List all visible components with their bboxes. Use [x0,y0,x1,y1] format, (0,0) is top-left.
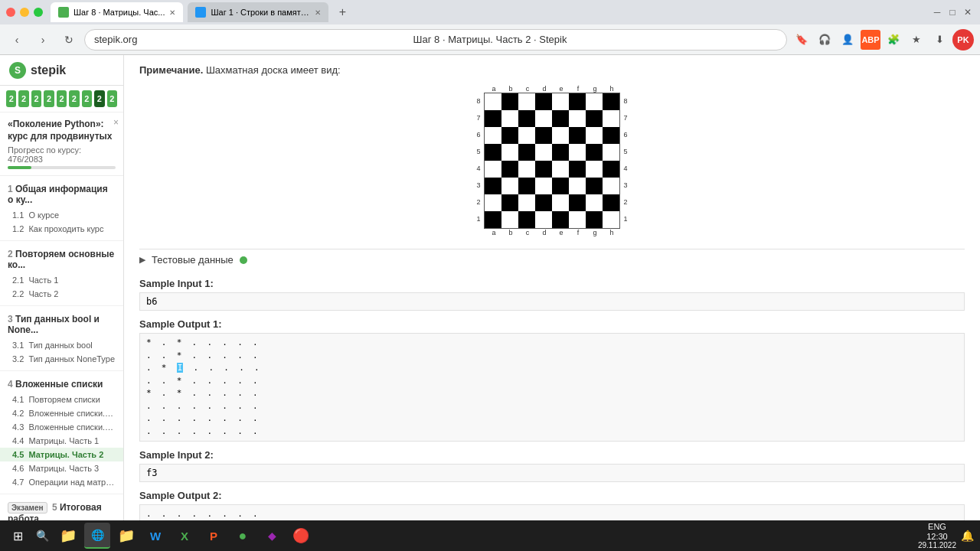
sidebar-close-btn[interactable]: × [113,117,119,128]
chess-cell [552,144,569,161]
inactive-tab[interactable]: Шаг 1 · Строки в памяти... ✕ [188,2,328,22]
browser-taskbar-btn[interactable]: 🌐 [84,523,110,549]
col-label-a: a [485,85,502,93]
chess-cell [552,93,569,110]
taskbar-lang[interactable]: ENG [928,522,946,531]
close-window-btn[interactable]: ✕ [962,6,974,18]
chess-cell [586,194,603,211]
chess-cell [603,110,619,127]
chess-cell [518,93,535,110]
powerpoint-btn[interactable]: P [201,523,227,549]
tab-close-btn[interactable]: ✕ [169,8,175,17]
chess-board-container: a b c d e f g h 8 7 6 [139,85,965,236]
search-button[interactable]: 🔍 [32,526,52,546]
extension-btn[interactable]: 🧩 [884,30,903,50]
sidebar-item-4-6[interactable]: 4.6 Матрицы. Часть 3 [0,461,123,475]
col-label-e: e [553,85,570,93]
tab-favicon [58,7,69,18]
minimize-window-btn[interactable]: ─ [931,6,943,18]
adblock-btn[interactable]: ABP [861,30,880,50]
sidebar-item-4-3[interactable]: 4.3 Вложенные списки. Ча... [0,420,123,434]
progress-bar [8,166,116,169]
nav-pill-7[interactable]: 2 [82,90,92,107]
new-tab-button[interactable]: + [333,3,351,21]
sidebar-item-4-2[interactable]: 4.2 Вложенные списки. Ча... [0,406,123,420]
browser-actions: 🔖 🎧 👤 ABP 🧩 ★ ⬇ PK [792,29,974,51]
bookmark-btn[interactable]: 🔖 [792,30,812,50]
nav-pill-8[interactable]: 2 [94,90,104,107]
sidebar-item-2-2[interactable]: 2.2 Часть 2 [0,287,123,301]
section-2-title[interactable]: 2 Повторяем основные ко... [0,246,123,273]
sidebar-item-4-7[interactable]: 4.7 Операции над матрица... [0,475,123,489]
chess-cell [518,110,535,127]
green-btn[interactable]: ● [230,523,256,549]
nav-pill-6[interactable]: 2 [69,90,79,107]
download-btn[interactable]: ⬇ [929,30,949,50]
test-data-arrow-icon: ▶ [139,255,145,265]
stepik-logo[interactable]: S stepik [9,62,66,79]
headphones-btn[interactable]: 🎧 [815,30,835,50]
back-button[interactable]: ‹ [6,29,28,51]
chess-cell [569,127,586,144]
nav-pill-9[interactable]: 2 [107,90,117,107]
nav-pill-2[interactable]: 2 [18,90,28,107]
sidebar-item-4-4[interactable]: 4.4 Матрицы. Часть 1 [0,434,123,448]
red-circle-btn[interactable]: 🔴 [288,523,314,549]
window-minimize-btn[interactable] [20,8,29,17]
section-1-title[interactable]: 1 Общая информация о ку... [0,181,123,208]
word-btn[interactable]: W [142,523,168,549]
sidebar-item-4-1[interactable]: 4.1 Повторяем списки [0,393,123,406]
nav-pill-4[interactable]: 2 [44,90,54,107]
sidebar-section-4: 4 Вложенные списки 4.1 Повторяем списки … [0,371,123,494]
col-label-f: f [570,85,586,93]
chess-cell [485,211,501,228]
nav-pill-1[interactable]: 2 [6,90,16,107]
taskbar-time: 12:30 29.11.2022 [918,532,956,549]
chess-cell [518,178,535,194]
chess-cell [569,194,586,211]
sidebar-item-2-1[interactable]: 2.1 Часть 1 [0,273,123,287]
output-line-7: . . . . . . . . [146,412,958,425]
bookmark-star-btn[interactable]: ★ [906,30,926,50]
folder-btn[interactable]: 📁 [113,523,139,549]
restore-window-btn[interactable]: □ [946,6,959,18]
address-bar[interactable]: stepik.org [84,29,787,51]
file-explorer-btn[interactable]: 📁 [55,523,81,549]
excel-btn[interactable]: X [172,523,198,549]
sidebar-item-3-1[interactable]: 3.1 Тип данных bool [0,338,123,352]
inactive-tab-favicon [195,7,206,18]
sidebar-item-1-2[interactable]: 1.2 Как проходить курс [0,222,123,236]
chess-cell [535,194,552,211]
sidebar-item-4-5[interactable]: 4.5 Матрицы. Часть 2 [0,448,123,461]
section-4-title[interactable]: 4 Вложенные списки [0,376,123,393]
sample1-output-box: * . * . . . . . . . * . . . . . . * I . … [139,333,965,442]
chess-cell [518,161,535,178]
active-tab[interactable]: Шаг 8 · Матрицы. Час... ✕ [51,2,183,22]
forward-button[interactable]: › [32,29,54,51]
test-data-header[interactable]: ▶ Тестовые данные [139,249,965,270]
notification-btn[interactable]: 🔔 [961,530,974,542]
pk-avatar[interactable]: PK [952,29,974,51]
sidebar-item-3-2[interactable]: 3.2 Тип данных NoneType [0,352,123,366]
progress-bar-fill [8,166,31,169]
reload-button[interactable]: ↻ [58,29,80,51]
window-close-btn[interactable] [6,8,15,17]
row-label-1: 1 [473,210,484,227]
nav-pill-5[interactable]: 2 [57,90,67,107]
row-label-7: 7 [473,109,484,126]
window-maximize-btn[interactable] [34,8,43,17]
section-3-title[interactable]: 3 Тип данных bool и None... [0,311,123,338]
sidebar-section-2: 2 Повторяем основные ко... 2.1 Часть 1 2… [0,241,123,306]
sample1-output-label: Sample Output 1: [139,318,965,330]
sidebar-item-1-1[interactable]: 1.1 О курсе [0,208,123,222]
profile-btn[interactable]: 👤 [838,30,858,50]
start-button[interactable]: ⊞ [6,524,29,547]
chess-cell [569,93,586,110]
nav-pill-3[interactable]: 2 [31,90,41,107]
browser-toolbar: ‹ › ↻ stepik.org Шаг 8 · Матрицы. Часть … [0,24,980,55]
chess-cell [485,110,501,127]
sample2-input-box: f3 [139,464,965,482]
inactive-tab-close-btn[interactable]: ✕ [315,8,321,17]
diamond-btn[interactable]: ◆ [259,523,285,549]
chess-cell [535,127,552,144]
